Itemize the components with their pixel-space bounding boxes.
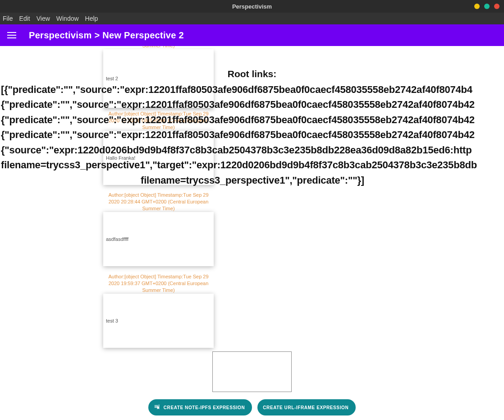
create-note-ipfs-button[interactable]: CREATE NOTE-IPFS EXPRESSION — [148, 399, 252, 415]
note-body-box: test 3 — [103, 294, 214, 348]
expression-input[interactable] — [212, 351, 292, 392]
window-controls — [474, 4, 499, 9]
dump-line: {"source":"expr:1220d0206bd9d9b4f8f37c8b… — [1, 143, 504, 157]
maximize-button[interactable] — [484, 4, 490, 9]
note-meta: Author:[object Object] Timestamp:Tue Sep… — [103, 192, 214, 212]
dump-line: {"predicate":"","source":"expr:12201ffaf… — [1, 97, 504, 112]
root-links-dump: [{"predicate":"","source":"expr:12201ffa… — [1, 82, 504, 188]
close-button[interactable] — [494, 4, 499, 9]
minimize-button[interactable] — [474, 4, 480, 9]
window-titlebar: Perspectivism — [0, 0, 504, 13]
dump-line: filename=trycss3_perspective1","target":… — [1, 157, 504, 172]
button-label: CREATE URL-IFRAME EXPRESSION — [263, 405, 348, 410]
menu-view[interactable]: View — [37, 15, 50, 22]
content-area: Author:[object Object] Timestamp:Sun Sep… — [0, 46, 504, 420]
menubar: File Edit View Window Help — [0, 13, 504, 24]
note-body-box: asdfasdffff — [103, 212, 214, 266]
note-body: asdfasdffff — [106, 236, 128, 242]
create-url-iframe-button[interactable]: CREATE URL-IFRAME EXPRESSION — [257, 399, 356, 415]
menu-edit[interactable]: Edit — [19, 15, 30, 22]
breadcrumb: Perspectivism > New Perspective 2 — [29, 30, 184, 41]
window-title: Perspectivism — [232, 3, 272, 10]
button-row: CREATE NOTE-IPFS EXPRESSION CREATE URL-I… — [148, 399, 356, 415]
menu-help[interactable]: Help — [85, 15, 98, 22]
button-label: CREATE NOTE-IPFS EXPRESSION — [164, 405, 245, 410]
dump-line: {"predicate":"","source":"expr:12201ffaf… — [1, 127, 504, 142]
note-body: test 3 — [106, 318, 118, 323]
dump-line-centered: filename=trycss3_perspective1","predicat… — [1, 173, 504, 188]
dump-line: {"predicate":"","source":"expr:12201ffaf… — [1, 112, 504, 127]
dump-line: [{"predicate":"","source":"expr:12201ffa… — [1, 82, 504, 97]
note-card[interactable]: Author:[object Object] Timestamp:Tue Sep… — [103, 273, 214, 348]
root-links-heading: Root links: — [0, 69, 504, 79]
note-card[interactable]: Author:[object Object] Timestamp:Tue Sep… — [103, 192, 214, 266]
note-meta: Author:[object Object] Timestamp:Tue Sep… — [103, 273, 214, 294]
hamburger-icon[interactable] — [7, 32, 16, 38]
bottom-controls: CREATE NOTE-IPFS EXPRESSION CREATE URL-I… — [0, 351, 504, 415]
menu-file[interactable]: File — [3, 15, 13, 22]
note-icon — [154, 404, 160, 411]
app-bar: Perspectivism > New Perspective 2 — [0, 24, 504, 46]
note-meta: Author:[object Object] Timestamp:Sun Sep… — [103, 46, 214, 49]
menu-window[interactable]: Window — [56, 15, 79, 22]
